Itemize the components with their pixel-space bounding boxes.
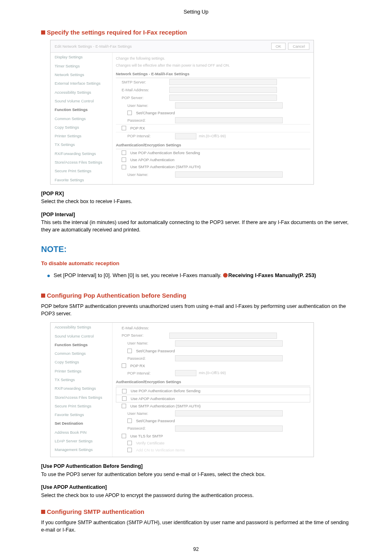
email-address-input[interactable] [169,87,277,93]
sidebar-item[interactable]: TX Settings [51,375,112,384]
use-smtp-auth-label: Use SMTP Authentication (SMTP AUTH) [130,164,201,169]
email-address-label: E-Mail Address: [122,325,167,331]
sidebar-item[interactable]: External Interface Settings [51,79,112,88]
user-name2-input[interactable] [175,410,283,416]
sidebar-item[interactable]: TX Settings [51,140,112,149]
square-bullet-icon [41,510,45,514]
pop-rx-heading: [POP RX] [41,190,351,198]
pop-rx-text: Select the check box to receive I-Faxes. [41,198,351,206]
cancel-button[interactable]: Cancel [288,43,309,50]
verify-cert-checkbox[interactable] [127,441,132,445]
shot2-section-b: Authentication/Encryption Settings [116,378,310,386]
use-pop-auth-label: Use POP Authentication Before Sending [130,150,200,155]
smtp-server-input[interactable] [169,79,277,85]
password-label: Password: [127,118,173,123]
password-input[interactable] [175,355,283,361]
use-apop-auth-checkbox[interactable] [122,157,126,162]
pop-rx-label: POP RX [130,125,145,131]
pop-rx-checkbox[interactable] [122,363,126,368]
shot1-note2: Changes will be effective after the main… [116,61,310,69]
set-change-password-checkbox[interactable] [127,349,132,353]
pop-server-input[interactable] [169,333,277,339]
sidebar-item[interactable]: Common Settings [51,349,112,358]
use-smtp-auth-checkbox[interactable] [122,404,126,408]
pop-interval-label: POP Interval: [127,133,173,139]
password2-label: Password: [127,426,173,431]
use-apop-heading: [Use APOP Authentication] [41,484,351,491]
pop-interval-label: POP Interval: [127,370,173,376]
section3-heading: Configuring SMTP authentication [41,507,351,516]
shot1-section-b: Authentication/Encryption Settings [116,141,310,149]
sidebar-item[interactable]: Secure Print Settings [51,402,112,410]
sidebar-item[interactable]: Sound Volume Control [51,97,112,105]
user-name2-input[interactable] [175,171,283,178]
shot1-sidebar: Display Settings Timer Settings Network … [51,53,113,184]
sidebar-item[interactable]: Copy Settings [51,123,112,132]
use-pop-text: To use the POP3 server for authenticatio… [41,471,351,479]
use-smtp-auth-checkbox[interactable] [122,165,126,169]
sidebar-item[interactable]: Favorite Settings [51,176,112,184]
use-pop-auth-checkbox[interactable] [122,150,126,155]
shot2-sidebar: Accessibility Settings Sound Volume Cont… [51,323,113,457]
pop-server-input[interactable] [169,95,277,101]
ok-button[interactable]: OK [271,43,286,50]
sidebar-item[interactable]: Display Settings [51,53,112,61]
password-input[interactable] [175,117,283,123]
sidebar-item[interactable]: Store/Access Files Settings [51,393,112,402]
sidebar-item[interactable]: LDAP Server Settings [51,437,112,445]
use-pop-auth-label: Use POP Authentication Before Sending [131,388,201,393]
set-change-password2-checkbox[interactable] [127,419,132,423]
sidebar-item[interactable]: Accessibility Settings [51,88,112,97]
square-bullet-icon [41,294,45,298]
pop-server-label: POP Server: [122,333,167,338]
section2-heading: Configuring Pop Authentication before Se… [41,291,351,300]
pop-interval-text: This sets the interval (in minutes) used… [41,219,351,234]
pop-rx-checkbox[interactable] [122,126,126,130]
sidebar-heading: Set Destination [51,419,112,428]
sidebar-item[interactable]: RX/Forwarding Settings [51,384,112,393]
sidebar-item[interactable]: Network Settings [51,70,112,79]
use-pop-heading: [Use POP Authentication Before Sending] [41,463,351,470]
sidebar-item[interactable]: Secure Print Settings [51,166,112,175]
set-change-password2-label: Set/Change Password [136,418,175,423]
sidebar-item[interactable]: Accessibility Settings [51,323,112,331]
set-change-password-checkbox[interactable] [127,111,132,115]
sidebar-item[interactable]: Common Settings [51,114,112,123]
use-smtp-auth-label: Use SMTP Authentication (SMTP AUTH) [130,403,201,409]
receiving-ifaxes-link[interactable]: Receiving I-Faxes Manually(P. 253) [228,272,316,278]
sidebar-item[interactable]: Management Settings [51,445,112,454]
sidebar-heading: Function Settings [51,340,112,349]
sidebar-item[interactable]: Store/Access Files Settings [51,158,112,166]
sidebar-item[interactable]: Sound Volume Control [51,332,112,340]
user-name-input[interactable] [175,340,283,347]
sidebar-item[interactable]: Address Book PIN [51,428,112,437]
note-heading: NOTE: [41,243,351,255]
section1-heading: Specify the settings required for I-Fax … [41,28,351,37]
use-apop-text: Select the check box to use APOP to encr… [41,492,351,500]
shot1-section-a: Network Settings - E-Mail/I-Fax Settings [116,70,310,78]
sidebar-heading: Function Settings [51,105,112,114]
sidebar-item[interactable]: Timer Settings [51,62,112,70]
screenshot-2: Accessibility Settings Sound Volume Cont… [50,322,314,457]
use-pop-auth-checkbox[interactable] [122,389,127,393]
set-change-password-label: Set/Change Password [136,110,175,116]
sidebar-item[interactable]: RX/Forwarding Settings [51,149,112,158]
use-apop-auth-checkbox[interactable] [122,396,127,401]
add-cn-checkbox[interactable] [127,448,132,452]
use-tls-smtp-checkbox[interactable] [122,434,126,438]
page-number: 92 [41,546,351,553]
password-label: Password: [127,356,173,361]
note-bullet-text: Set [POP Interval] to [0]. When [0] is s… [53,272,223,278]
sidebar-item[interactable]: Favorite Settings [51,410,112,419]
user-name-input[interactable] [175,102,283,109]
sidebar-item[interactable]: Printer Settings [51,132,112,140]
link-circle-icon [223,273,228,278]
sidebar-item[interactable]: Copy Settings [51,358,112,366]
pop-interval-input[interactable] [175,370,196,376]
pop-interval-input[interactable] [175,133,196,139]
user-name-label: User Name: [127,340,173,346]
password2-input[interactable] [175,426,283,432]
add-cn-label: Add CN to Verification Items [136,447,185,453]
sidebar-item[interactable]: Printer Settings [51,367,112,375]
user-name-label: User Name: [127,103,173,108]
